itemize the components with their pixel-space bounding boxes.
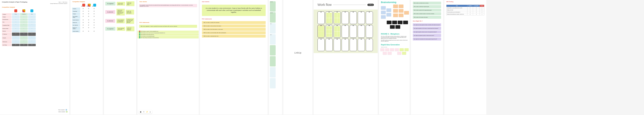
wireframe-phone[interactable] xyxy=(350,25,357,38)
sticky-note[interactable] xyxy=(396,25,400,29)
sticky-note[interactable] xyxy=(400,48,404,51)
share-icon[interactable]: ⇪ xyxy=(143,111,145,113)
sticky-note[interactable]: so that they could know each other bette… xyxy=(126,18,134,24)
sticky-note[interactable]: so that I can improve my experience xyxy=(126,27,134,31)
byline-course: Design Methods for Interactive Systems xyxy=(50,3,67,4)
sticky-note[interactable] xyxy=(393,9,398,13)
sticky-note[interactable]: so that I can make some friends xyxy=(126,1,134,6)
role-card: As attendee xyxy=(105,19,115,23)
wireframe-phone[interactable] xyxy=(342,25,349,38)
sticky-note[interactable] xyxy=(386,8,391,12)
table-row: Saying hello to your profile and try to … xyxy=(446,7,484,9)
we-statement: WE: be able to verify/show important goa… xyxy=(413,5,441,8)
hmw-statement: How might we gather all of the ways to c… xyxy=(413,27,441,30)
googlemaps-icon xyxy=(88,4,91,7)
wireframe-phone[interactable] xyxy=(350,12,357,24)
user-story: As an organizer, I need a friend who can… xyxy=(139,4,197,7)
panel-pov-hmw: User stories As an organizer, I need a f… xyxy=(138,0,199,114)
wireframe-phone[interactable] xyxy=(358,25,365,38)
tag-icon[interactable]: ◇ xyxy=(149,111,151,113)
sticky-note[interactable] xyxy=(380,48,384,51)
mock-screen: HELLO xyxy=(270,23,276,34)
we-statement: WE5: be able to select/private time xyxy=(202,35,266,38)
sticky-note[interactable] xyxy=(390,25,395,29)
sticky-note[interactable] xyxy=(404,11,409,15)
sticky-note[interactable] xyxy=(387,21,392,24)
sticky-note[interactable] xyxy=(399,5,404,8)
sticky-note[interactable] xyxy=(399,14,404,17)
sticky-note[interactable] xyxy=(381,6,386,10)
mock-screen: HELLO xyxy=(270,34,276,45)
wireframe-phone[interactable] xyxy=(342,12,349,24)
wireframe-phone[interactable] xyxy=(350,39,357,51)
wireframe-phone[interactable] xyxy=(366,39,373,51)
wireframe-phone[interactable] xyxy=(318,12,324,24)
wireframe-phone[interactable] xyxy=(326,25,333,38)
sticky-note[interactable] xyxy=(398,21,402,24)
wireframe-phone[interactable] xyxy=(326,39,333,51)
sticky-note[interactable] xyxy=(392,21,397,24)
sticky-note[interactable]: I want to organize an outside event for … xyxy=(116,19,125,23)
sticky-note[interactable] xyxy=(402,52,406,55)
panel-competitor-checklist: Competitor Analysis Company Onboarding C… xyxy=(70,0,103,114)
sticky-note[interactable] xyxy=(395,48,399,51)
sticky-note[interactable] xyxy=(385,48,389,51)
wireframe-phone[interactable] xyxy=(366,25,373,38)
role-card: As organizer xyxy=(105,27,116,31)
sticky-note[interactable]: so that I can make my life more colorful xyxy=(126,10,134,15)
hmw-item: HW: Be able to find a clear route to the… xyxy=(138,32,199,34)
sticky-note[interactable] xyxy=(393,14,398,17)
sticky-note[interactable] xyxy=(390,48,394,51)
sticky-note[interactable] xyxy=(404,48,408,51)
section-title: Competitive Analysis xyxy=(0,6,69,9)
wireframe-phone[interactable] xyxy=(334,39,341,51)
wireframe-phone[interactable] xyxy=(334,12,341,24)
we-statement: WE: be able to quickly find the appropri… xyxy=(413,9,441,12)
wireframe-phone[interactable] xyxy=(318,39,324,51)
image-icon[interactable]: ▣ xyxy=(140,111,142,113)
sticky-note[interactable]: I want to meet people nearby xyxy=(117,2,125,6)
panel-user-story-we: User stories As a new student in a new e… xyxy=(200,0,268,114)
competitor-table: Company Meetup Google Maps Hoop Category… xyxy=(0,9,69,46)
app-title: LinkUp xyxy=(294,51,302,54)
section-title: Brainstorming xyxy=(379,0,410,5)
sticky-note[interactable]: I want to work outside with people who h… xyxy=(116,9,125,16)
hmw-item: HW: Be able to search / find the basketb… xyxy=(138,31,199,32)
table-row: Explore what activities are nearby / aro… xyxy=(446,13,484,15)
wireframe-phone[interactable] xyxy=(334,25,341,38)
sticky-note[interactable] xyxy=(397,52,401,55)
sticky-note[interactable] xyxy=(386,13,391,17)
mock-screen xyxy=(270,45,276,55)
panel-onboarding-mocks: WELCOME WELCOME HELLO HELLO xyxy=(269,0,282,114)
sticky-note[interactable] xyxy=(381,11,386,14)
wireframe-phone[interactable] xyxy=(342,39,349,51)
testing-table: Task Usability Learnability Errors Sayin… xyxy=(446,5,484,15)
legend: Direct competitors Indirect competitors xyxy=(58,109,68,113)
googlemaps-icon xyxy=(22,9,25,12)
sticky-note[interactable]: I enjoy organizing some events xyxy=(117,27,125,31)
section-title: ROUND 2 - Metaphors xyxy=(379,32,410,36)
byline-name: Heyi Li – Red Group xyxy=(58,2,67,3)
wireframe-phone[interactable] xyxy=(318,25,324,38)
hmw-statement: How might we for attendees find nearby p… xyxy=(413,38,441,41)
hmw-statement: How might we organizers quickly to self-… xyxy=(413,34,441,37)
meetup-icon xyxy=(82,4,85,7)
sticky-note[interactable] xyxy=(388,52,392,55)
wireframe-phone[interactable] xyxy=(358,39,365,51)
sticky-note[interactable] xyxy=(399,9,404,13)
floating-toolbar: ▣ ⇪ ⚡ ◇ xyxy=(138,110,152,113)
we-statement: WE2: be able to show activity informatio… xyxy=(202,25,266,27)
sticky-note[interactable] xyxy=(393,5,398,8)
section-title: User stories xyxy=(200,0,268,4)
sticky-note[interactable] xyxy=(381,15,386,19)
panel-role-notes: As organizer I want to meet people nearb… xyxy=(104,0,136,114)
wireframe-phone[interactable] xyxy=(366,12,373,24)
phone-grid xyxy=(314,10,378,53)
hoop-icon xyxy=(93,4,96,7)
wireframe-phone[interactable] xyxy=(358,12,365,24)
bolt-icon[interactable]: ⚡ xyxy=(146,111,148,113)
sticky-note[interactable] xyxy=(383,52,387,55)
section-title: A/B Testing xyxy=(444,0,486,4)
sticky-note[interactable] xyxy=(403,21,408,24)
wireframe-phone[interactable] xyxy=(326,12,333,24)
